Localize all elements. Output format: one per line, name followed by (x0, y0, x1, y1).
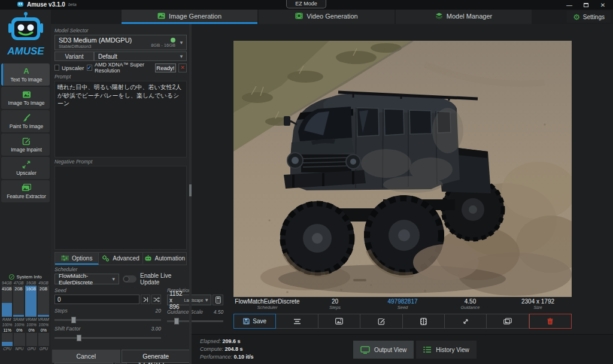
tab-advanced[interactable]: Advanced (99, 253, 142, 265)
save-icon (243, 318, 250, 324)
sidebar-item-upscaler[interactable]: Upscaler (1, 157, 50, 179)
unload-model-button[interactable]: ✕ (178, 63, 187, 72)
left-rail: AMUSE A Text To Image Image To Image Pai… (0, 10, 51, 364)
image-to-image-icon (22, 90, 31, 99)
mode-switcher: A Text To Image Image To Image Paint To … (0, 62, 51, 204)
upscale-button[interactable] (445, 314, 487, 329)
edit-image-button[interactable] (360, 314, 402, 329)
cancel-button[interactable]: Cancel (52, 350, 120, 363)
info-guidance: 4.50 Guidance (436, 298, 504, 314)
meter-npu: 100% 0% NPU (14, 323, 25, 351)
film-icon (295, 13, 303, 19)
view-image-button[interactable] (318, 314, 360, 329)
ez-mode-button[interactable]: EZ Mode (286, 0, 326, 8)
gpu-bar (26, 333, 37, 346)
sidebar-item-text-to-image[interactable]: A Text To Image (1, 63, 50, 86)
live-update-label: Enable Live Update (140, 272, 187, 286)
upscaler-checkbox[interactable] (54, 65, 59, 71)
shift-factor-slider[interactable] (54, 334, 161, 341)
seed-link[interactable]: 497982817 (369, 298, 436, 305)
settings-button[interactable]: ⚙ Settings (567, 11, 611, 23)
sidebar-item-image-to-image[interactable]: Image To Image (1, 87, 50, 109)
steps-value: 20 (156, 308, 161, 314)
xdna-checkbox[interactable]: ✓ (87, 65, 93, 71)
variant-dropdown[interactable]: Default ▼ (94, 51, 187, 61)
delete-image-button[interactable] (529, 314, 572, 329)
tab-label: Video Generation (306, 13, 357, 20)
filmstrip-button[interactable] (403, 314, 445, 329)
sliders-icon (61, 255, 69, 261)
prompt-input[interactable]: 晴れた日中、明るい陽射しの中、若い女性2人が砂浜でビーチバレーをし、楽しんでいる… (54, 81, 187, 157)
meter-gpu1: 100% 0% GPU (26, 323, 37, 351)
steps-label: Steps (54, 308, 68, 314)
generation-info-row: FlowMatchEulerDiscrete Scheduler 20 Step… (233, 298, 572, 314)
chevron-down-icon: ▼ (111, 277, 116, 282)
title-bar: Amuse v3.1.0 beta EZ Mode — ✕ (0, 0, 613, 10)
tab-model-manager[interactable]: Model Manager (396, 10, 532, 24)
amuse-logo: AMUSE (0, 10, 51, 62)
meter-vram-shared: 49GB 2GB VRAM (38, 281, 49, 321)
gear-icon: ⚙ (573, 13, 580, 21)
negative-prompt-input[interactable] (54, 166, 187, 250)
system-info-panel: ✓ System Info 94GB 41GB RAM 47GB 2GB SRA… (0, 273, 51, 364)
chevron-down-icon: ▼ (179, 54, 184, 59)
panel-scrollbar[interactable] (189, 24, 192, 364)
shift-factor-label: Shift Factor (54, 326, 80, 332)
output-viewer: FlowMatchEulerDiscrete Scheduler 20 Step… (192, 24, 613, 364)
orientation-dropdown[interactable]: Landscape▼ (184, 298, 210, 303)
edit-square-icon (378, 318, 385, 325)
upscale-arrows-icon (22, 160, 31, 169)
edit-square-icon (22, 137, 31, 145)
details-button[interactable] (276, 314, 318, 329)
tab-options[interactable]: Options (55, 253, 99, 265)
brush-icon (22, 114, 31, 122)
main-tabs: Image Generation Video Generation Model … (122, 10, 532, 24)
memory-meters: 94GB 41GB RAM 47GB 2GB SRAM 16GB 16GB VR… (2, 281, 49, 321)
seed-input[interactable] (54, 295, 139, 304)
history-list-icon (423, 346, 432, 353)
close-button[interactable]: ✕ (596, 1, 609, 9)
chevron-down-icon: ▼ (204, 298, 209, 303)
minimize-button[interactable]: — (563, 1, 576, 9)
seed-pin-icon[interactable] (141, 295, 150, 304)
save-button[interactable]: Save (233, 314, 276, 329)
compare-images-button[interactable] (487, 314, 529, 329)
live-update-toggle[interactable] (123, 275, 136, 283)
sidebar-item-paint-to-image[interactable]: Paint To Image (1, 110, 50, 132)
tab-video-generation[interactable]: Video Generation (259, 10, 394, 24)
resolution-calculator-button[interactable] (213, 295, 223, 305)
output-view-button[interactable]: Output View (353, 341, 414, 359)
variant-label: Variant (54, 51, 94, 61)
maximize-icon (584, 3, 588, 7)
prompt-label: Prompt (54, 74, 187, 80)
guidance-slider[interactable] (167, 317, 223, 324)
app-window: Amuse v3.1.0 beta EZ Mode — ✕ Image Gene… (0, 0, 613, 364)
meter-sram: 47GB 2GB SRAM (13, 281, 25, 321)
system-info-title: System Info (16, 274, 41, 280)
history-view-button[interactable]: History View (416, 341, 476, 359)
tab-label: Image Generation (169, 13, 221, 20)
gpu2-bar (38, 333, 49, 346)
guidance-label: Guidance Scale (167, 309, 203, 315)
seed-shuffle-icon[interactable] (151, 295, 161, 304)
tab-image-generation[interactable]: Image Generation (122, 10, 257, 24)
amuse-robot-logo-icon: AMUSE (6, 11, 45, 60)
npu-bar (14, 333, 25, 346)
maximize-button[interactable] (579, 1, 593, 9)
sidebar-item-image-inpaint[interactable]: Image Inpaint (1, 134, 50, 156)
usage-meters: 100% 11% CPU 100% 0% NPU 100% 0% GPU (2, 323, 49, 351)
app-title: Amuse v3.1.0 (27, 1, 65, 8)
trash-icon (547, 318, 553, 325)
image-icon (335, 318, 343, 324)
status-bar: Elapsed: 209.6 s Compute: 204.8 s Perfor… (192, 334, 613, 364)
scheduler-dropdown[interactable]: FlowMatch-EulerDiscrete ▼ (54, 274, 119, 284)
model-dropdown[interactable]: SD3 Medium (AMDGPU) StableDiffusion3 8GB… (54, 35, 187, 50)
meter-gpu2: 100% 0% GPU (38, 323, 49, 351)
text-to-image-icon: A (23, 67, 29, 75)
steps-slider[interactable] (54, 316, 161, 323)
ready-button[interactable]: Ready! (155, 63, 176, 72)
compare-images-icon (503, 318, 512, 324)
sidebar-item-feature-extractor[interactable]: Feature Extractor (1, 180, 50, 202)
tab-automation[interactable]: Automation (143, 253, 186, 265)
generate-button[interactable]: Generate (122, 350, 191, 363)
